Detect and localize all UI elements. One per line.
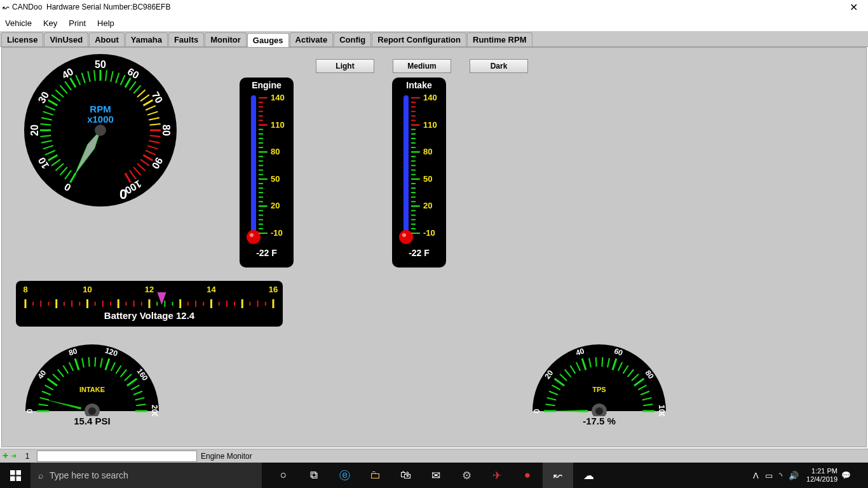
engine-thermo-title: Engine <box>240 80 294 90</box>
wifi-icon[interactable]: ◝ <box>779 471 782 480</box>
svg-point-115 <box>402 233 406 237</box>
svg-text:0: 0 <box>62 181 72 193</box>
svg-text:140: 140 <box>423 93 437 102</box>
taskbar-icons: ○ ⧉ ⓔ 🗀 🛍 ✉ ⚙ ✈ ● ↜ ☁ <box>262 463 749 488</box>
tab-report-configuration[interactable]: Report Configuration <box>372 32 466 46</box>
edge-icon[interactable]: ⓔ <box>329 463 360 488</box>
svg-text:110: 110 <box>423 120 437 130</box>
intake-thermometer: Intake -10205080110140 -22 F <box>392 78 446 268</box>
app-name: CANDoo <box>12 3 42 11</box>
svg-line-32 <box>133 85 140 93</box>
svg-line-211 <box>89 357 90 367</box>
menu-vehicle[interactable]: Vehicle <box>5 18 32 28</box>
svg-text:8: 8 <box>23 285 27 294</box>
svg-line-15 <box>48 100 58 106</box>
mail-icon[interactable]: ✉ <box>421 463 451 488</box>
svg-line-17 <box>55 90 64 97</box>
app-icon-3[interactable]: ● <box>512 463 543 488</box>
svg-text:0: 0 <box>119 186 127 202</box>
svg-line-22 <box>82 73 85 83</box>
medium-button[interactable]: Medium <box>393 59 451 73</box>
svg-line-30 <box>125 78 131 88</box>
dark-button[interactable]: Dark <box>470 59 528 73</box>
svg-line-14 <box>45 105 55 110</box>
svg-line-26 <box>105 71 107 81</box>
svg-line-34 <box>140 95 149 101</box>
menu-help[interactable]: Help <box>97 18 114 28</box>
app-icon-4[interactable]: ☁ <box>573 463 604 488</box>
search-placeholder: Type here to search <box>50 470 128 480</box>
menubar: Vehicle Key Print Help <box>0 15 868 31</box>
svg-line-12 <box>41 118 52 120</box>
battery-icon[interactable]: ▭ <box>765 471 773 480</box>
svg-line-45 <box>144 155 153 161</box>
svg-line-48 <box>133 167 140 175</box>
close-icon[interactable]: ✕ <box>842 1 865 13</box>
svg-line-253 <box>596 357 597 367</box>
tabbar: License VinUsed About Yamaha Faults Moni… <box>0 31 868 47</box>
tab-config[interactable]: Config <box>334 32 371 46</box>
svg-text:x1000: x1000 <box>87 114 114 125</box>
statusbar: ✚ ➔ 1 Engine Monitor <box>0 449 868 463</box>
svg-rect-285 <box>10 476 15 481</box>
svg-text:50: 50 <box>423 174 432 184</box>
svg-line-1 <box>65 170 71 179</box>
intake-pressure-value: 15.4 PSI <box>22 416 162 426</box>
svg-line-27 <box>111 71 113 82</box>
start-button[interactable] <box>0 463 31 488</box>
svg-text:16: 16 <box>269 285 278 294</box>
volume-icon[interactable]: 🔊 <box>789 471 799 480</box>
svg-text:80: 80 <box>271 147 280 156</box>
svg-text:20: 20 <box>423 201 432 210</box>
svg-marker-65 <box>75 130 100 174</box>
explorer-icon[interactable]: 🗀 <box>360 463 390 488</box>
svg-line-39 <box>150 124 161 125</box>
svg-text:100: 100 <box>657 405 666 416</box>
svg-line-50 <box>125 173 131 183</box>
svg-line-5 <box>48 155 58 161</box>
app-icon-2[interactable]: ✈ <box>482 463 512 488</box>
tab-about[interactable]: About <box>89 32 125 46</box>
tab-monitor[interactable]: Monitor <box>205 32 247 46</box>
task-view-icon[interactable]: ⧉ <box>299 463 329 488</box>
light-button[interactable]: Light <box>316 59 374 73</box>
svg-line-9 <box>41 135 51 137</box>
tab-license[interactable]: License <box>1 32 43 46</box>
candoo-taskbar-icon[interactable]: ↜ <box>543 463 573 488</box>
svg-point-69 <box>250 233 254 237</box>
svg-text:10: 10 <box>36 156 51 171</box>
cortana-icon[interactable]: ○ <box>268 463 299 488</box>
serial-number: BC986EFB <box>132 3 170 11</box>
store-icon[interactable]: 🛍 <box>390 463 421 488</box>
svg-line-46 <box>140 159 149 166</box>
tab-yamaha[interactable]: Yamaha <box>125 32 168 46</box>
svg-text:80: 80 <box>423 147 432 156</box>
tab-gauges[interactable]: Gauges <box>247 33 289 47</box>
svg-text:12: 12 <box>145 285 154 294</box>
svg-text:30: 30 <box>36 90 51 105</box>
svg-text:60: 60 <box>126 66 141 81</box>
svg-text:10: 10 <box>83 285 92 294</box>
tab-vinused[interactable]: VinUsed <box>44 32 88 46</box>
menu-print[interactable]: Print <box>69 18 86 28</box>
svg-line-16 <box>51 95 60 101</box>
engine-thermo-reading: -22 F <box>240 248 294 258</box>
taskbar-search[interactable]: ⌕ Type here to search <box>31 463 262 488</box>
gauge-panel: Light Medium Dark 0102030405060708090100… <box>1 47 867 447</box>
svg-line-7 <box>43 146 53 149</box>
status-field[interactable] <box>37 451 197 462</box>
svg-text:90: 90 <box>150 156 165 171</box>
clock-time: 1:21 PM <box>806 467 837 475</box>
tab-runtime-rpm[interactable]: Runtime RPM <box>467 32 532 46</box>
svg-text:0: 0 <box>25 409 34 413</box>
tab-faults[interactable]: Faults <box>168 32 204 46</box>
svg-line-49 <box>130 170 136 179</box>
tray-expand-icon[interactable]: ᐱ <box>753 471 759 480</box>
svg-text:140: 140 <box>271 93 285 102</box>
tab-activate[interactable]: Activate <box>290 32 334 46</box>
app-icon-1[interactable]: ⚙ <box>451 463 482 488</box>
menu-key[interactable]: Key <box>43 18 57 28</box>
notifications-icon[interactable]: 💬 <box>841 471 868 480</box>
app-icon: ↜ <box>3 3 10 12</box>
taskbar-clock[interactable]: 1:21 PM 12/4/2019 <box>803 467 841 484</box>
